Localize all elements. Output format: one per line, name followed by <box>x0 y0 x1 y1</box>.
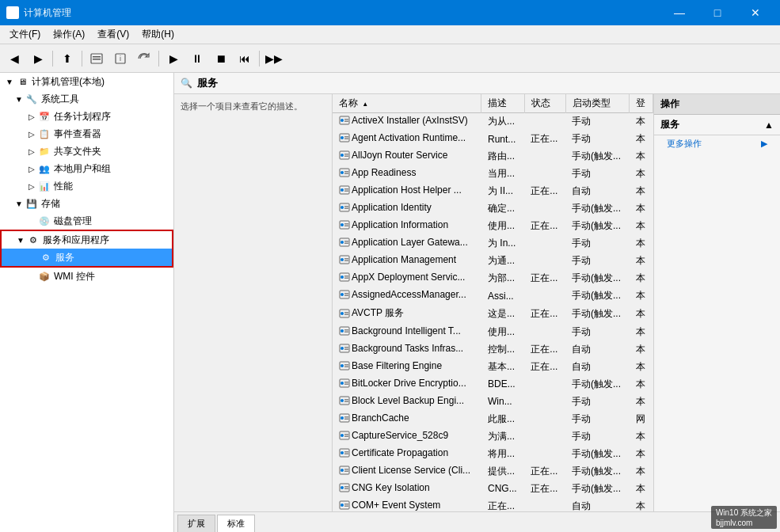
services-table-container[interactable]: 名称 ▲ 描述 状态 启动类型 登 ActiveX Installer (AxI… <box>333 94 653 511</box>
table-row[interactable]: Background Tasks Infras...控制...正在...自动本 <box>333 340 653 358</box>
minimize-button[interactable]: — <box>661 0 698 25</box>
tree-item-event-viewer[interactable]: ▷ 📋 事件查看器 <box>0 125 173 142</box>
tab-standard[interactable]: 标准 <box>217 515 255 532</box>
services-apps-group: ▼ ⚙ 服务和应用程序 ⚙ 服务 <box>0 230 173 268</box>
service-login-cell: 本 <box>630 183 653 200</box>
service-login-cell: 本 <box>630 445 653 462</box>
service-startup-cell: 自动 <box>565 340 630 358</box>
table-row[interactable]: COM+ Event System正在...自动本 <box>333 497 653 511</box>
col-login[interactable]: 登 <box>630 94 653 113</box>
col-name[interactable]: 名称 ▲ <box>333 94 481 113</box>
table-row[interactable]: Application Management为通...手动本 <box>333 253 653 270</box>
table-row[interactable]: ActiveX Installer (AxInstSV)为从...手动本 <box>333 113 653 131</box>
toolbar-play[interactable]: ▶ <box>162 48 185 70</box>
table-row[interactable]: Certificate Propagation将用...手动(触发...本 <box>333 445 653 462</box>
service-name-cell: Application Identity <box>333 200 481 218</box>
table-row[interactable]: Application Host Helper ...为 II...正在...自… <box>333 183 653 200</box>
tree-item-shared[interactable]: ▷ 📁 共享文件夹 <box>0 142 173 160</box>
service-status-cell <box>524 287 565 305</box>
service-name-cell: Background Intelligent T... <box>333 323 481 340</box>
toolbar-prop[interactable]: i <box>109 48 131 70</box>
svg-rect-1 <box>10 16 15 17</box>
table-row[interactable]: CaptureService_528c9为满...手动本 <box>333 428 653 445</box>
toolbar-stop[interactable]: ⏹ <box>210 48 232 70</box>
menu-view[interactable]: 查看(V) <box>91 26 135 43</box>
table-row[interactable]: Application Layer Gatewa...为 In...手动本 <box>333 235 653 253</box>
service-desc-cell: 为从... <box>481 113 524 131</box>
col-startup[interactable]: 启动类型 <box>565 94 630 113</box>
service-desc-cell: Runt... <box>481 131 524 148</box>
service-desc-cell: 此服... <box>481 410 524 428</box>
table-row[interactable]: Application Identity确定...手动(触发...本 <box>333 200 653 218</box>
service-desc-cell: 控制... <box>481 340 524 358</box>
table-row[interactable]: AppX Deployment Servic...为部...正在...手动(触发… <box>333 270 653 287</box>
service-startup-cell: 手动(触发... <box>565 270 630 287</box>
toolbar-next[interactable]: ▶▶ <box>263 48 285 70</box>
tree-item-system-tools[interactable]: ▼ 🔧 系统工具 <box>0 90 173 108</box>
maximize-button[interactable]: □ <box>699 0 736 25</box>
toolbar-up[interactable]: ⬆ <box>56 48 78 70</box>
service-desc-cell: CNG... <box>481 480 524 497</box>
storage-icon: 💾 <box>25 197 38 210</box>
svg-rect-9 <box>344 119 348 120</box>
svg-point-72 <box>341 399 344 402</box>
table-row[interactable]: CNG Key IsolationCNG...正在...手动(触发...本 <box>333 480 653 497</box>
service-login-cell: 本 <box>630 113 653 131</box>
table-row[interactable]: Base Filtering Engine基本...正在...自动本 <box>333 358 653 375</box>
svg-rect-30 <box>344 208 348 210</box>
tree-item-storage[interactable]: ▼ 💾 存储 <box>0 195 173 212</box>
table-row[interactable]: Agent Activation Runtime...Runt...正在...手… <box>333 131 653 148</box>
svg-point-64 <box>341 364 344 367</box>
table-row[interactable]: AllJoyn Router Service路由...手动(触发...本 <box>333 148 653 165</box>
tree-item-disk[interactable]: 💿 磁盘管理 <box>0 212 173 230</box>
service-name-cell: Application Information <box>333 218 481 235</box>
tab-expand[interactable]: 扩展 <box>177 515 215 532</box>
table-row[interactable]: AVCTP 服务这是...正在...手动(触发...本 <box>333 305 653 324</box>
service-status-cell <box>524 165 565 183</box>
service-desc-cell: 将用... <box>481 445 524 462</box>
tree-item-services-apps[interactable]: ▼ ⚙ 服务和应用程序 <box>2 231 172 249</box>
close-button[interactable]: ✕ <box>737 0 774 25</box>
toolbar-refresh[interactable] <box>133 48 155 70</box>
menu-help[interactable]: 帮助(H) <box>135 26 181 43</box>
service-name-cell: COM+ Event System <box>333 497 481 511</box>
service-status-cell <box>524 200 565 218</box>
table-row[interactable]: BitLocker Drive Encryptio...BDE...手动(触发.… <box>333 375 653 393</box>
tree-item-task-scheduler[interactable]: ▷ 📅 任务计划程序 <box>0 108 173 125</box>
col-desc[interactable]: 描述 <box>481 94 524 113</box>
toolbar-show-hide[interactable] <box>86 48 108 70</box>
toolbar-back[interactable]: ◀ <box>3 48 25 70</box>
table-row[interactable]: Block Level Backup Engi...Win...手动本 <box>333 393 653 410</box>
table-row[interactable]: App Readiness当用...手动本 <box>333 165 653 183</box>
tree-label-storage: 存储 <box>41 197 60 211</box>
svg-rect-33 <box>344 223 348 225</box>
tree-item-local-users[interactable]: ▷ 👥 本地用户和组 <box>0 160 173 177</box>
service-name-cell: Agent Activation Runtime... <box>333 131 481 148</box>
tree-item-root[interactable]: ▼ 🖥 计算机管理(本地) <box>0 73 173 90</box>
service-status-cell <box>524 375 565 393</box>
table-row[interactable]: BranchCache此服...手动网 <box>333 410 653 428</box>
tree-item-services[interactable]: ⚙ 服务 <box>2 249 172 266</box>
svg-point-8 <box>341 119 344 122</box>
toolbar-pause[interactable]: ⏸ <box>186 48 208 70</box>
svg-point-96 <box>341 504 344 507</box>
tree-label-wmi: WMI 控件 <box>54 270 95 283</box>
menu-bar: 文件(F) 操作(A) 查看(V) 帮助(H) <box>0 25 780 44</box>
table-row[interactable]: Application Information使用...正在...手动(触发..… <box>333 218 653 235</box>
col-status[interactable]: 状态 <box>524 94 565 113</box>
tree-item-performance[interactable]: ▷ 📊 性能 <box>0 177 173 195</box>
service-status-cell: 正在... <box>524 270 565 287</box>
toolbar-restart[interactable]: ⏮ <box>234 48 256 70</box>
action-more[interactable]: 更多操作 ▶ <box>654 135 780 152</box>
svg-rect-3 <box>93 56 101 58</box>
table-row[interactable]: Client License Service (Cli...提供...正在...… <box>333 462 653 480</box>
table-row[interactable]: AssignedAccessManager...Assi...手动(触发...本 <box>333 287 653 305</box>
menu-action[interactable]: 操作(A) <box>47 26 91 43</box>
menu-file[interactable]: 文件(F) <box>3 26 47 43</box>
toolbar-forward[interactable]: ▶ <box>27 48 49 70</box>
service-startup-cell: 手动(触发... <box>565 375 630 393</box>
tree-toggle-system-tools: ▼ <box>13 95 25 104</box>
table-row[interactable]: Background Intelligent T...使用...手动本 <box>333 323 653 340</box>
svg-rect-54 <box>344 314 348 315</box>
tree-item-wmi[interactable]: 📦 WMI 控件 <box>0 268 173 285</box>
